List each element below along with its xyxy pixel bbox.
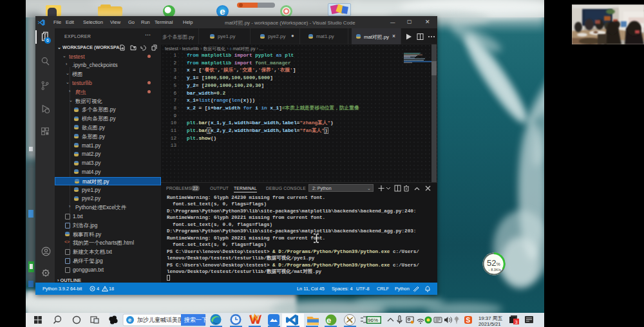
svg-text:e: e (128, 317, 131, 323)
svg-text:19:37 周五: 19:37 周五 (478, 315, 502, 321)
svg-text:e: e (327, 315, 331, 325)
svg-text:↓ 8.3K/s: ↓ 8.3K/s (488, 268, 501, 272)
svg-text:3: 3 (515, 319, 518, 325)
svg-text:S: S (466, 317, 471, 324)
svg-text:2021/5/21: 2021/5/21 (478, 321, 501, 327)
svg-text:96%: 96% (368, 317, 378, 323)
svg-text:搜索一下: 搜索一下 (184, 317, 207, 323)
svg-text:加沙儿童喊话美国: 加沙儿童喊话美国 (137, 317, 184, 323)
